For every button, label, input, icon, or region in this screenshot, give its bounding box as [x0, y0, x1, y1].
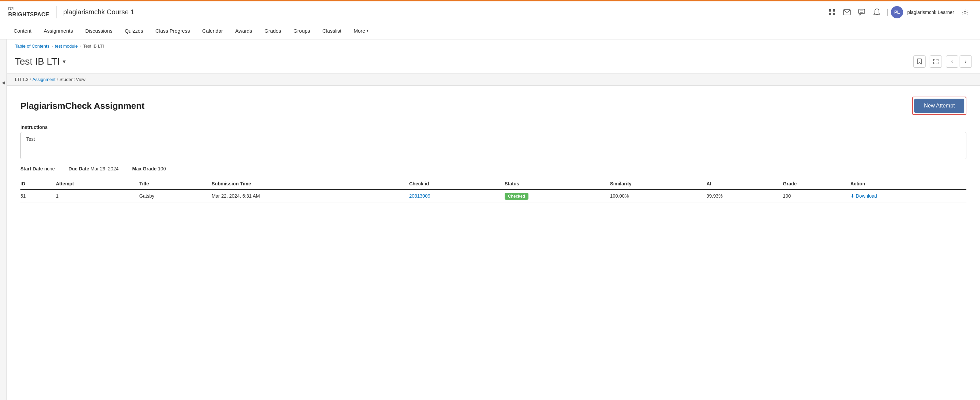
nav-grades[interactable]: Grades [259, 23, 286, 40]
nav-awards[interactable]: Awards [230, 23, 258, 40]
table-row: 51 1 Gatsby Mar 22, 2024, 6:31 AM 203130… [21, 189, 966, 202]
bookmark-icon [917, 59, 922, 65]
page-header: Test IB LTI ▾ ‹ › [7, 53, 980, 73]
chat-icon [858, 8, 865, 16]
nav-quizzes[interactable]: Quizzes [119, 23, 148, 40]
start-date-value: none [44, 166, 55, 171]
lti-version: LTI 1.3 [15, 77, 29, 82]
header-separator: | [886, 8, 888, 16]
nav-content[interactable]: Content [8, 23, 37, 40]
col-action: Action [850, 178, 966, 189]
download-icon: ⬇ [850, 193, 854, 198]
instructions-box: Test [21, 132, 966, 159]
main-layout: ◀ Table of Contents › test module › Test… [0, 40, 980, 400]
meta-row: Start Date none Due Date Mar 29, 2024 Ma… [21, 166, 966, 171]
avatar: PL [891, 6, 903, 18]
course-title: plagiarismchk Course 1 [63, 8, 825, 16]
bookmark-button[interactable] [913, 56, 926, 68]
breadcrumb-table-of-contents[interactable]: Table of Contents [15, 44, 49, 49]
download-link[interactable]: ⬇ Download [850, 193, 962, 198]
new-attempt-wrapper: New Attempt [912, 97, 966, 115]
cell-submission-time: Mar 22, 2024, 6:31 AM [212, 189, 409, 202]
next-button[interactable]: › [959, 56, 972, 68]
mail-icon-button[interactable] [840, 5, 854, 19]
lti-assignment-link[interactable]: Assignment [32, 77, 56, 82]
nav-groups[interactable]: Groups [288, 23, 315, 40]
svg-point-8 [964, 11, 966, 13]
cell-check-id: 20313009 [409, 189, 504, 202]
title-dropdown-icon[interactable]: ▾ [63, 58, 66, 65]
nav-classlist[interactable]: Classlist [317, 23, 347, 40]
new-attempt-button[interactable]: New Attempt [914, 98, 964, 113]
expand-icon [933, 59, 939, 64]
page-title-row: Test IB LTI ▾ [15, 56, 66, 67]
nav-bar: Content Assignments Discussions Quizzes … [0, 23, 980, 40]
col-status: Status [504, 178, 610, 189]
grid-icon [828, 8, 836, 16]
col-title: Title [139, 178, 212, 189]
instructions-text: Test [26, 137, 35, 142]
due-date-label: Due Date [68, 166, 89, 171]
cell-similarity: 100.00% [610, 189, 706, 202]
gear-icon [962, 9, 969, 16]
logo: D2L BRIGHTSPACE [8, 6, 49, 18]
start-date: Start Date none [21, 166, 55, 171]
mail-icon [843, 9, 851, 15]
lti-bar: LTI 1.3 / Assignment / Student View [7, 73, 980, 86]
page-header-actions: ‹ › [913, 56, 972, 68]
cell-status: Checked [504, 189, 610, 202]
svg-rect-3 [833, 13, 835, 15]
start-date-label: Start Date [21, 166, 43, 171]
cell-grade: 100 [783, 189, 850, 202]
due-date: Due Date Mar 29, 2024 [68, 166, 118, 171]
breadcrumb-test-module[interactable]: test module [55, 44, 78, 49]
breadcrumb: Table of Contents › test module › Test I… [7, 40, 980, 53]
nav-discussions[interactable]: Discussions [80, 23, 118, 40]
table-body: 51 1 Gatsby Mar 22, 2024, 6:31 AM 203130… [21, 189, 966, 202]
breadcrumb-sep-2: › [80, 44, 81, 49]
svg-rect-1 [833, 9, 835, 11]
content-area: Table of Contents › test module › Test I… [7, 40, 980, 400]
logo-area: D2L BRIGHTSPACE [8, 6, 49, 18]
svg-rect-4 [843, 10, 850, 15]
settings-icon-button[interactable] [958, 5, 972, 19]
status-badge: Checked [504, 193, 528, 200]
col-check-id: Check id [409, 178, 504, 189]
nav-class-progress[interactable]: Class Progress [150, 23, 196, 40]
cell-title: Gatsby [139, 189, 212, 202]
col-grade: Grade [783, 178, 850, 189]
max-grade: Max Grade 100 [132, 166, 166, 171]
logo-d2l: D2L [8, 6, 49, 11]
chat-icon-button[interactable] [855, 5, 869, 19]
bell-icon-button[interactable] [870, 5, 884, 19]
max-grade-label: Max Grade [132, 166, 156, 171]
svg-rect-0 [829, 9, 831, 11]
svg-rect-5 [859, 9, 865, 14]
breadcrumb-current: Test IB LTI [83, 44, 104, 49]
expand-button[interactable] [930, 56, 942, 68]
page-title: Test IB LTI [15, 56, 60, 67]
nav-more[interactable]: More ▾ [348, 23, 374, 40]
lti-sep-1: / [30, 77, 31, 82]
table-head: ID Attempt Title Submission Time Check i… [21, 178, 966, 189]
col-similarity: Similarity [610, 178, 706, 189]
cell-attempt: 1 [56, 189, 139, 202]
nav-calendar[interactable]: Calendar [197, 23, 228, 40]
lti-sep-2: / [57, 77, 58, 82]
col-ai: AI [706, 178, 783, 189]
sidebar-toggle[interactable]: ◀ [0, 40, 7, 400]
breadcrumb-sep-1: › [51, 44, 53, 49]
prev-button[interactable]: ‹ [946, 56, 958, 68]
chevron-down-icon: ▾ [366, 28, 369, 33]
grid-icon-button[interactable] [825, 5, 839, 19]
lti-student-view: Student View [60, 77, 86, 82]
nav-assignments[interactable]: Assignments [38, 23, 79, 40]
check-id-link[interactable]: 20313009 [409, 193, 430, 198]
cell-action: ⬇ Download [850, 189, 966, 202]
assignment-header: PlagiarismCheck Assignment New Attempt [21, 97, 966, 115]
submissions-table: ID Attempt Title Submission Time Check i… [21, 178, 966, 202]
bell-icon [873, 8, 880, 16]
site-header: D2L BRIGHTSPACE plagiarismchk Course 1 [0, 2, 980, 23]
due-date-value: Mar 29, 2024 [91, 166, 119, 171]
cell-ai: 99.93% [706, 189, 783, 202]
